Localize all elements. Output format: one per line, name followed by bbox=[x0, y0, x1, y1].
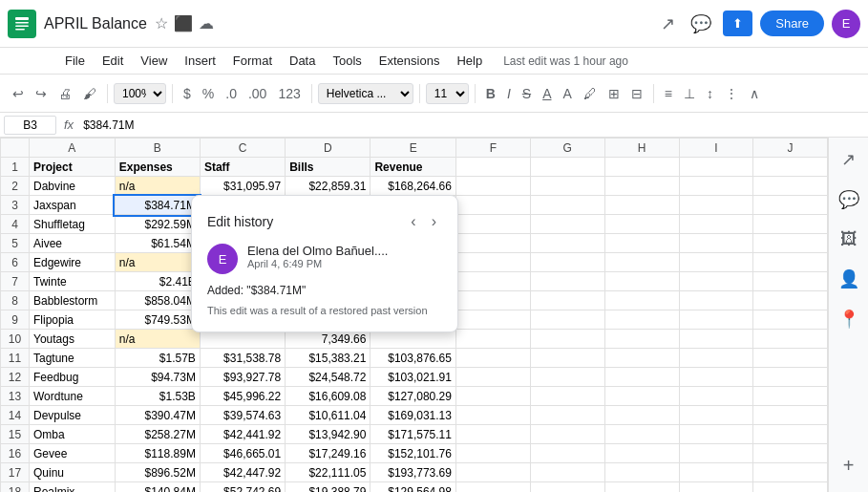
empty-cell[interactable] bbox=[753, 215, 828, 234]
empty-cell[interactable] bbox=[604, 406, 679, 425]
zoom-select[interactable]: 100% bbox=[114, 83, 166, 104]
col-header-f[interactable]: F bbox=[455, 139, 530, 158]
cell-b15[interactable]: $258.27M bbox=[115, 425, 200, 444]
cell-a16[interactable]: Gevee bbox=[30, 444, 116, 463]
currency-button[interactable]: $ bbox=[179, 83, 196, 104]
cell-e16[interactable]: $152,101.76 bbox=[370, 444, 456, 463]
font-select[interactable]: Helvetica ... bbox=[318, 83, 413, 104]
menu-insert[interactable]: Insert bbox=[177, 52, 223, 70]
cell-c13[interactable]: $45,996.22 bbox=[200, 387, 285, 406]
empty-cell[interactable] bbox=[455, 196, 530, 215]
empty-cell[interactable] bbox=[530, 349, 604, 368]
cell-c15[interactable]: $42,441.92 bbox=[200, 425, 285, 444]
more-button[interactable]: ⋮ bbox=[720, 83, 743, 104]
cell-d18[interactable]: $19,388.79 bbox=[286, 482, 370, 493]
cell-a4[interactable]: Shuffletag bbox=[30, 215, 116, 234]
empty-cell[interactable] bbox=[455, 291, 530, 310]
cell-e18[interactable]: $129,564.98 bbox=[370, 482, 456, 493]
cell-a2[interactable]: Dabvine bbox=[30, 177, 116, 196]
merge-button[interactable]: ⊟ bbox=[626, 83, 647, 104]
paint-format-button[interactable]: 🖌 bbox=[78, 83, 101, 104]
empty-cell[interactable] bbox=[455, 406, 530, 425]
cell-b11[interactable]: $1.57B bbox=[115, 349, 200, 368]
col-header-h[interactable]: H bbox=[604, 139, 679, 158]
empty-cell[interactable] bbox=[753, 406, 828, 425]
empty-cell[interactable] bbox=[679, 349, 753, 368]
cell-e13[interactable]: $127,080.29 bbox=[370, 387, 456, 406]
cell-b13[interactable]: $1.53B bbox=[115, 387, 200, 406]
align-button[interactable]: ≡ bbox=[660, 83, 677, 104]
strikethrough-button[interactable]: S bbox=[518, 83, 536, 104]
empty-cell[interactable] bbox=[604, 272, 679, 291]
empty-cell[interactable] bbox=[604, 368, 679, 387]
empty-cell[interactable] bbox=[604, 330, 679, 349]
analytics-icon[interactable]: ↗ bbox=[837, 145, 859, 174]
col-header-b[interactable]: B bbox=[115, 139, 200, 158]
empty-cell[interactable] bbox=[604, 425, 679, 444]
col-header-j[interactable]: J bbox=[753, 139, 828, 158]
empty-cell[interactable] bbox=[753, 234, 828, 253]
menu-edit[interactable]: Edit bbox=[95, 52, 131, 70]
cell-d17[interactable]: $22,111.05 bbox=[286, 463, 370, 482]
map-sidebar-icon[interactable]: 📍 bbox=[835, 305, 863, 333]
empty-cell[interactable] bbox=[679, 463, 753, 482]
person-sidebar-icon[interactable]: 👤 bbox=[835, 265, 863, 293]
row-number[interactable]: 10 bbox=[1, 330, 30, 349]
menu-format[interactable]: Format bbox=[225, 52, 280, 70]
empty-cell[interactable] bbox=[530, 291, 604, 310]
empty-cell[interactable] bbox=[530, 463, 604, 482]
cell-b16[interactable]: $118.89M bbox=[115, 444, 200, 463]
add-sidebar-icon[interactable]: + bbox=[836, 447, 862, 484]
empty-cell[interactable] bbox=[679, 272, 753, 291]
empty-cell[interactable] bbox=[455, 425, 530, 444]
empty-cell[interactable] bbox=[455, 330, 530, 349]
col-header-g[interactable]: G bbox=[530, 139, 604, 158]
cell-b7[interactable]: $2.41B bbox=[115, 272, 200, 291]
cell-c14[interactable]: $39,574.63 bbox=[200, 406, 285, 425]
cell-b1[interactable]: Expenses bbox=[115, 158, 200, 177]
empty-cell[interactable] bbox=[604, 387, 679, 406]
cell-reference-input[interactable] bbox=[4, 116, 56, 135]
more-formats-button[interactable]: 123 bbox=[273, 83, 305, 104]
cell-e1[interactable]: Revenue bbox=[370, 158, 456, 177]
empty-cell[interactable] bbox=[753, 253, 828, 272]
cell-b14[interactable]: $390.47M bbox=[115, 406, 200, 425]
empty-cell[interactable] bbox=[455, 463, 530, 482]
menu-tools[interactable]: Tools bbox=[325, 52, 369, 70]
row-number[interactable]: 13 bbox=[1, 387, 30, 406]
text-rotate-button[interactable]: ↕ bbox=[702, 83, 718, 104]
empty-cell[interactable] bbox=[679, 234, 753, 253]
empty-cell[interactable] bbox=[530, 177, 604, 196]
cell-b17[interactable]: $896.52M bbox=[115, 463, 200, 482]
highlight-button[interactable]: 🖊 bbox=[579, 83, 602, 104]
row-number[interactable]: 5 bbox=[1, 234, 30, 253]
empty-cell[interactable] bbox=[604, 234, 679, 253]
cell-e2[interactable]: $168,264.66 bbox=[370, 177, 456, 196]
popup-next-button[interactable]: › bbox=[426, 211, 442, 232]
row-number[interactable]: 16 bbox=[1, 444, 30, 463]
cell-b9[interactable]: $749.53M bbox=[115, 310, 200, 330]
cell-a18[interactable]: Realmix bbox=[30, 482, 116, 493]
empty-cell[interactable] bbox=[455, 387, 530, 406]
empty-cell[interactable] bbox=[604, 349, 679, 368]
empty-cell[interactable] bbox=[679, 158, 753, 177]
cell-c16[interactable]: $46,665.01 bbox=[200, 444, 285, 463]
empty-cell[interactable] bbox=[753, 330, 828, 349]
empty-cell[interactable] bbox=[530, 158, 604, 177]
empty-cell[interactable] bbox=[679, 406, 753, 425]
empty-cell[interactable] bbox=[530, 368, 604, 387]
cell-a8[interactable]: Babblestorm bbox=[30, 291, 116, 310]
empty-cell[interactable] bbox=[753, 463, 828, 482]
image-sidebar-icon[interactable]: 🖼 bbox=[836, 225, 861, 253]
empty-cell[interactable] bbox=[604, 253, 679, 272]
cell-b6[interactable]: n/a bbox=[115, 253, 200, 272]
empty-cell[interactable] bbox=[530, 234, 604, 253]
empty-cell[interactable] bbox=[455, 349, 530, 368]
menu-extensions[interactable]: Extensions bbox=[371, 52, 448, 70]
cell-a9[interactable]: Flipopia bbox=[30, 310, 116, 330]
row-number[interactable]: 8 bbox=[1, 291, 30, 310]
empty-cell[interactable] bbox=[604, 177, 679, 196]
row-number[interactable]: 15 bbox=[1, 425, 30, 444]
cell-b12[interactable]: $94.73M bbox=[115, 368, 200, 387]
cell-d12[interactable]: $24,548.72 bbox=[286, 368, 370, 387]
